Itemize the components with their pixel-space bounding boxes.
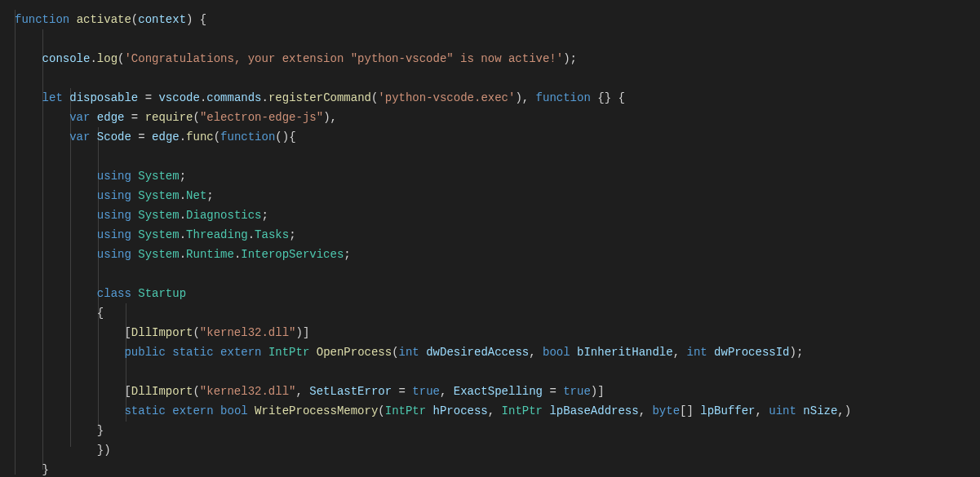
code-editor[interactable]: function activate(context) { console.log… <box>0 0 980 477</box>
code-content: function activate(context) { console.log… <box>15 10 980 477</box>
